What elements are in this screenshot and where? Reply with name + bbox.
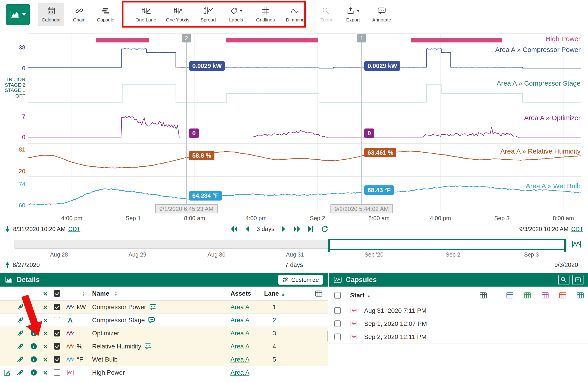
overview-tick: Aug 30 <box>208 251 225 258</box>
info-icon[interactable]: i <box>31 369 37 376</box>
toolbar-button-spread[interactable]: Spread <box>197 3 219 26</box>
select-all-capsules-checkbox[interactable] <box>334 292 341 298</box>
comment-icon[interactable] <box>148 317 155 323</box>
select-all-checkbox[interactable] <box>54 290 60 297</box>
item-name: Compressor Stage <box>92 317 145 324</box>
info-icon[interactable]: i <box>31 343 37 349</box>
remove-icon[interactable]: × <box>41 304 50 311</box>
asset-link[interactable]: Area A <box>231 356 250 363</box>
capsule-row[interactable]: Sep 2, 2020 12:11 PM <box>329 330 588 343</box>
toolbar-button-zoom[interactable]: Zoom <box>316 3 336 26</box>
capsule-checkbox[interactable] <box>334 320 341 327</box>
range-handle-right[interactable] <box>564 239 566 252</box>
edit-icon[interactable] <box>3 369 11 376</box>
details-row[interactable]: i × High Power Area A <box>0 366 328 379</box>
capsule-row[interactable]: Aug 31, 2020 7:11 PM <box>329 304 588 317</box>
add-stat-column-icon[interactable] <box>559 292 566 299</box>
toolbar-button-one-y-axis[interactable]: One Y-Axis <box>164 3 192 26</box>
overview-timeline-bar[interactable] <box>14 240 567 249</box>
y-axis-label: 0 <box>0 65 25 72</box>
sort-icon[interactable]: ▲▼ <box>114 291 117 296</box>
add-stat-column-icon[interactable] <box>542 292 549 299</box>
worksheet-view-selector[interactable] <box>6 4 30 25</box>
add-stat-column-icon[interactable] <box>524 292 531 299</box>
comment-icon[interactable] <box>145 343 152 350</box>
toolbar-button-labels[interactable]: Labels <box>225 3 248 26</box>
item-name: Wet Bulb <box>92 356 118 363</box>
trend-chart[interactable]: 380Area A » Compressor PowerTR...IONSTAG… <box>0 29 588 213</box>
duration-label[interactable]: 3 days <box>256 226 274 233</box>
details-row[interactable]: i × °F Wet Bulb Area A 5 <box>0 353 328 366</box>
details-row[interactable]: i × A Compressor Stage Area A 2 <box>0 314 328 327</box>
remove-icon[interactable]: × <box>41 356 50 363</box>
column-start[interactable]: Start <box>350 292 365 299</box>
capsule-checkbox[interactable] <box>334 307 341 314</box>
row-checkbox[interactable] <box>54 356 60 363</box>
sort-icon[interactable]: ▲▼ <box>82 291 85 296</box>
timezone-link[interactable]: CDT <box>571 226 583 233</box>
pin-to-trend-icon[interactable] <box>17 303 24 311</box>
toolbar-button-gridlines[interactable]: Gridlines <box>253 3 277 26</box>
remove-icon[interactable]: × <box>41 369 50 376</box>
capsule-time-icon[interactable] <box>571 239 582 249</box>
step-forward-half-button[interactable] <box>293 226 301 232</box>
step-back-half-button[interactable] <box>230 226 238 232</box>
pin-to-trend-icon[interactable] <box>17 330 24 337</box>
column-lane[interactable]: Lane <box>264 290 279 297</box>
toolbar-button-export[interactable]: Export <box>341 3 365 26</box>
details-row[interactable]: × kW Compressor Power Area A 1 <box>0 300 328 314</box>
overview-selected-range[interactable] <box>328 239 566 250</box>
toolbar-button-dimming[interactable]: Dimming <box>283 3 307 26</box>
collapse-panel-button[interactable] <box>572 275 584 285</box>
asset-link[interactable]: Area A <box>231 330 250 337</box>
asset-link[interactable]: Area A <box>231 369 250 376</box>
asset-link[interactable]: Area A <box>231 303 250 311</box>
toolbar-button-calendar[interactable]: Calendar <box>38 3 64 26</box>
row-checkbox[interactable] <box>54 343 60 350</box>
remove-icon[interactable]: × <box>41 343 50 350</box>
step-forward-button[interactable] <box>281 226 286 232</box>
toolbar-button-chain[interactable]: Chain <box>70 3 88 26</box>
range-handle-left[interactable] <box>328 239 330 252</box>
toolbar-button-annotate[interactable]: Annotate <box>369 3 394 26</box>
customize-button[interactable]: Customize <box>278 275 323 285</box>
pin-to-trend-icon[interactable] <box>17 343 24 350</box>
column-assets[interactable]: Assets <box>231 290 251 297</box>
lane-number: 4 <box>264 343 284 350</box>
info-icon[interactable]: i <box>31 317 37 323</box>
toolbar-button-capsule[interactable]: Capsule <box>95 3 117 26</box>
info-icon[interactable]: i <box>31 330 37 336</box>
pin-to-trend-icon[interactable] <box>17 317 24 324</box>
details-row[interactable]: i × Optimizer Area A 3 <box>0 327 328 340</box>
capsule-row[interactable]: Sep 1, 2020 12:07 PM <box>329 317 588 330</box>
refresh-icon[interactable] <box>320 225 328 233</box>
row-checkbox[interactable] <box>54 369 60 376</box>
step-back-button[interactable] <box>245 226 250 232</box>
timezone-link[interactable]: CDT <box>68 226 80 233</box>
add-stat-column-icon[interactable] <box>577 292 584 299</box>
lane-title: Area A » Optimizer <box>524 114 581 122</box>
details-row[interactable]: i × % Relative Humidity Area A 4 <box>0 340 328 353</box>
comment-icon[interactable] <box>149 304 157 310</box>
pin-to-trend-icon[interactable] <box>17 356 24 363</box>
capsule-checkbox[interactable] <box>334 334 341 340</box>
asset-link[interactable]: Area A <box>231 317 250 324</box>
cursor-badge[interactable]: 1 <box>357 34 366 43</box>
remove-all-icon[interactable]: × <box>41 290 50 297</box>
add-column-icon[interactable] <box>480 292 487 299</box>
row-checkbox[interactable] <box>54 304 60 310</box>
remove-icon[interactable]: × <box>41 330 50 337</box>
remove-icon[interactable]: × <box>41 317 50 324</box>
info-icon[interactable]: i <box>31 356 37 362</box>
cursor-badge[interactable]: 2 <box>182 34 191 43</box>
column-name[interactable]: Name <box>92 290 109 297</box>
zoom-to-capsule-button[interactable] <box>558 275 569 285</box>
asset-link[interactable]: Area A <box>231 343 250 350</box>
row-checkbox[interactable] <box>54 317 60 323</box>
row-checkbox[interactable] <box>54 330 60 337</box>
add-column-icon[interactable] <box>315 290 322 297</box>
add-stat-column-icon[interactable] <box>506 292 514 299</box>
step-to-end-button[interactable] <box>307 226 314 232</box>
pin-to-trend-icon[interactable] <box>17 369 24 376</box>
toolbar-button-one-lane[interactable]: One Lane <box>134 3 158 26</box>
